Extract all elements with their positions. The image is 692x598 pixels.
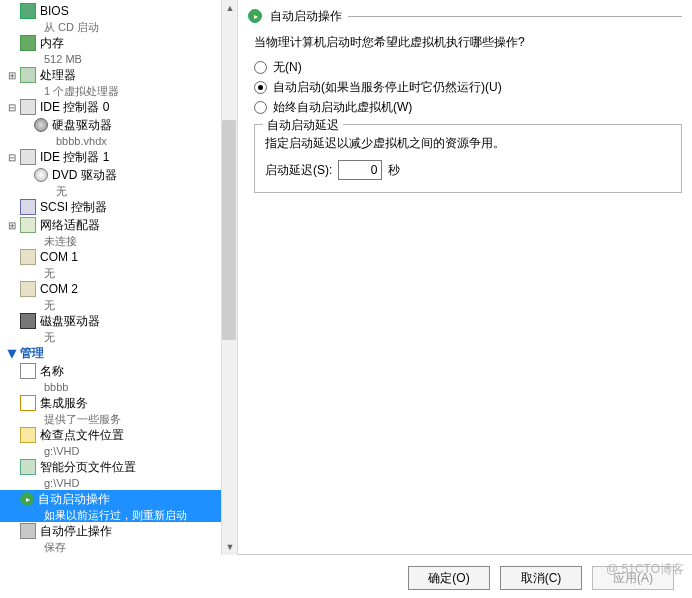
integration-icon <box>20 395 36 411</box>
radio-icon[interactable] <box>254 81 267 94</box>
autostop-icon <box>20 523 36 539</box>
settings-window: BIOS 从 CD 启动 内存 512 MB ⊞ 处理器 1 个虚拟处理器 ⊟ <box>0 0 692 598</box>
tree: BIOS 从 CD 启动 内存 512 MB ⊞ 处理器 1 个虚拟处理器 ⊟ <box>0 0 237 554</box>
radio-label: 无(N) <box>273 59 302 76</box>
delay-groupbox: 自动启动延迟 指定启动延迟以减少虚拟机之间的资源争用。 启动延迟(S): 秒 <box>254 124 682 193</box>
delay-input[interactable] <box>338 160 382 180</box>
label: 硬盘驱动器 <box>52 117 112 134</box>
sub: g:\VHD <box>0 476 237 490</box>
ok-button[interactable]: 确定(O) <box>408 566 490 590</box>
label: 磁盘驱动器 <box>40 313 100 330</box>
autostart-icon <box>248 9 262 23</box>
section-toggle-icon[interactable]: ⯆ <box>6 347 18 359</box>
sidebar-item-integration[interactable]: 集成服务 <box>0 394 237 412</box>
label: COM 1 <box>40 250 78 264</box>
radio-icon[interactable] <box>254 61 267 74</box>
sidebar-item-bios[interactable]: BIOS <box>0 2 237 20</box>
sidebar-item-dvd[interactable]: DVD 驱动器 <box>0 166 237 184</box>
sidebar-item-hdd[interactable]: 硬盘驱动器 <box>0 116 237 134</box>
label: 名称 <box>40 363 64 380</box>
sub: 提供了一些服务 <box>0 412 237 426</box>
sidebar-item-checkpoint[interactable]: 检查点文件位置 <box>0 426 237 444</box>
network-icon <box>20 217 36 233</box>
label: 自动启动操作 <box>38 491 110 508</box>
sidebar-item-cpu[interactable]: ⊞ 处理器 <box>0 66 237 84</box>
com-icon <box>20 281 36 297</box>
apply-button: 应用(A) <box>592 566 674 590</box>
label: 智能分页文件位置 <box>40 459 136 476</box>
delay-label: 启动延迟(S): <box>265 162 332 179</box>
cancel-button[interactable]: 取消(C) <box>500 566 582 590</box>
bios-icon <box>20 3 36 19</box>
sidebar-scrollbar[interactable]: ▲ ▼ <box>221 0 237 555</box>
panel-title-row: 自动启动操作 <box>248 6 682 26</box>
expand-icon[interactable]: ⊞ <box>6 219 18 231</box>
sidebar-item-memory[interactable]: 内存 <box>0 34 237 52</box>
sub: 如果以前运行过，则重新启动 <box>0 508 237 522</box>
sidebar-item-name[interactable]: 名称 <box>0 362 237 380</box>
sidebar-item-scsi[interactable]: SCSI 控制器 <box>0 198 237 216</box>
diskette-icon <box>20 313 36 329</box>
label: 内存 <box>40 35 64 52</box>
label: BIOS <box>40 4 69 18</box>
panel-subtitle: 当物理计算机启动时您希望此虚拟机执行哪些操作? <box>254 34 682 51</box>
scroll-up-icon[interactable]: ▲ <box>222 0 238 16</box>
radio-icon[interactable] <box>254 101 267 114</box>
collapse-icon[interactable]: ⊟ <box>6 151 18 163</box>
sub: 无 <box>0 298 237 312</box>
radio-auto[interactable]: 自动启动(如果当服务停止时它仍然运行)(U) <box>254 79 682 96</box>
radio-none[interactable]: 无(N) <box>254 59 682 76</box>
sub: 未连接 <box>0 234 237 248</box>
cpu-icon <box>20 67 36 83</box>
expand-icon[interactable]: ⊞ <box>6 69 18 81</box>
sidebar-item-network[interactable]: ⊞ 网络适配器 <box>0 216 237 234</box>
label: 网络适配器 <box>40 217 100 234</box>
management-header[interactable]: ⯆ 管理 <box>0 344 237 362</box>
sub: 512 MB <box>0 52 237 66</box>
label: 自动停止操作 <box>40 523 112 540</box>
hdd-icon <box>34 118 48 132</box>
settings-sidebar: BIOS 从 CD 启动 内存 512 MB ⊞ 处理器 1 个虚拟处理器 ⊟ <box>0 0 238 555</box>
sidebar-item-ide0[interactable]: ⊟ IDE 控制器 0 <box>0 98 237 116</box>
sub: 1 个虚拟处理器 <box>0 84 237 98</box>
sidebar-item-autostart[interactable]: 自动启动操作 如果以前运行过，则重新启动 <box>0 490 237 522</box>
label: SCSI 控制器 <box>40 199 107 216</box>
radio-always[interactable]: 始终自动启动此虚拟机(W) <box>254 99 682 116</box>
delay-unit: 秒 <box>388 162 400 179</box>
sidebar-item-autostop[interactable]: 自动停止操作 <box>0 522 237 540</box>
label: IDE 控制器 0 <box>40 99 109 116</box>
label: 检查点文件位置 <box>40 427 124 444</box>
name-icon <box>20 363 36 379</box>
sub: 无 <box>0 184 237 198</box>
sidebar-item-com2[interactable]: COM 2 <box>0 280 237 298</box>
scroll-thumb[interactable] <box>222 120 236 340</box>
sub: 从 CD 启动 <box>0 20 237 34</box>
scroll-down-icon[interactable]: ▼ <box>222 539 238 555</box>
sidebar-item-com1[interactable]: COM 1 <box>0 248 237 266</box>
sidebar-item-diskette[interactable]: 磁盘驱动器 <box>0 312 237 330</box>
columns: BIOS 从 CD 启动 内存 512 MB ⊞ 处理器 1 个虚拟处理器 ⊟ <box>0 0 692 555</box>
dialog-footer: 确定(O) 取消(C) 应用(A) <box>408 566 674 590</box>
label: IDE 控制器 1 <box>40 149 109 166</box>
label: 集成服务 <box>40 395 88 412</box>
panel-title: 自动启动操作 <box>270 8 342 25</box>
label: 管理 <box>20 345 44 362</box>
sidebar-item-ide1[interactable]: ⊟ IDE 控制器 1 <box>0 148 237 166</box>
ide-icon <box>20 99 36 115</box>
sub: 保存 <box>0 540 237 554</box>
ide-icon <box>20 149 36 165</box>
sub: 无 <box>0 266 237 280</box>
radio-label: 始终自动启动此虚拟机(W) <box>273 99 412 116</box>
sidebar-item-smartpaging[interactable]: 智能分页文件位置 <box>0 458 237 476</box>
groupbox-title: 自动启动延迟 <box>263 117 343 134</box>
smartpaging-icon <box>20 459 36 475</box>
delay-row: 启动延迟(S): 秒 <box>265 160 671 180</box>
scsi-icon <box>20 199 36 215</box>
sub: bbbb <box>0 380 237 394</box>
collapse-icon[interactable]: ⊟ <box>6 101 18 113</box>
delay-hint: 指定启动延迟以减少虚拟机之间的资源争用。 <box>265 135 671 152</box>
sub: g:\VHD <box>0 444 237 458</box>
memory-icon <box>20 35 36 51</box>
dvd-icon <box>34 168 48 182</box>
sub: bbbb.vhdx <box>0 134 237 148</box>
